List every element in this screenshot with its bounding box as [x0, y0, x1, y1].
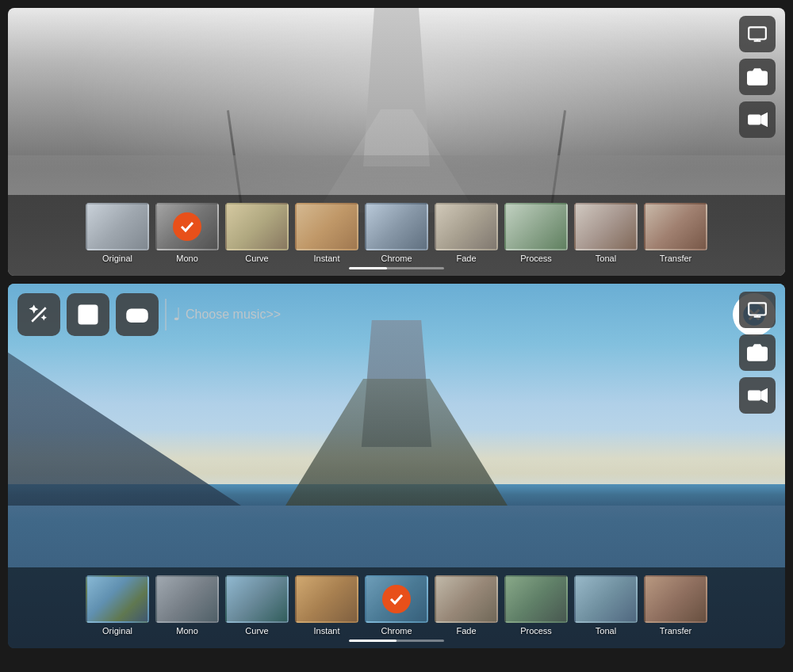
svg-rect-9 [128, 310, 147, 322]
filter-original-top[interactable]: Original [85, 203, 150, 263]
filter-original-bottom[interactable]: Original [85, 575, 150, 636]
filter-label-transfer-bottom: Transfer [660, 626, 692, 636]
filter-thumb-mono-top [155, 203, 219, 250]
filter-label-curve-top: Curve [245, 254, 268, 263]
image-button[interactable] [67, 293, 109, 336]
filter-thumb-mono-bottom [155, 575, 219, 623]
filter-check-chrome-bottom [366, 577, 427, 621]
filter-label-fade-bottom: Fade [456, 626, 476, 636]
filter-label-fade-top: Fade [456, 254, 476, 263]
filter-label-tonal-bottom: Tonal [596, 626, 616, 636]
camera-icon-bottom[interactable] [739, 334, 776, 371]
filter-thumb-transfer-bottom [644, 575, 707, 623]
bottom-toolbar: ♩ Choose music>> [17, 293, 281, 336]
screen-icon-top[interactable] [739, 16, 776, 52]
svg-point-8 [83, 310, 86, 313]
filter-curve-top[interactable]: Curve [224, 203, 289, 263]
camera-icon-top[interactable] [739, 59, 776, 95]
svg-marker-5 [761, 113, 767, 125]
filter-label-instant-bottom: Instant [313, 626, 339, 636]
bottom-scroll-fill [349, 640, 396, 642]
top-filter-strip: Original Mono Curve Instant [8, 195, 785, 276]
check-circle-mono-top [173, 212, 201, 241]
filter-instant-bottom[interactable]: Instant [294, 575, 359, 636]
filter-check-mono-top [157, 204, 217, 249]
bottom-sidebar [739, 292, 776, 414]
svg-rect-17 [749, 303, 766, 315]
filter-thumb-instant-bottom [295, 575, 358, 623]
svg-rect-4 [749, 116, 760, 124]
filter-label-mono-bottom: Mono [176, 626, 198, 636]
filter-thumb-fade-bottom [435, 575, 498, 623]
magic-button[interactable] [17, 293, 60, 336]
filter-thumb-instant-top [295, 203, 358, 250]
bottom-scroll-indicator [8, 640, 785, 642]
filter-fade-top[interactable]: Fade [434, 203, 499, 263]
filter-chrome-top[interactable]: Chrome [364, 203, 429, 263]
filter-thumb-tonal-top [574, 203, 638, 250]
filter-thumb-transfer-top [644, 203, 707, 250]
music-note-icon: ♩ [173, 304, 181, 325]
filter-transfer-bottom[interactable]: Transfer [643, 575, 708, 636]
music-text: Choose music>> [186, 307, 281, 322]
bottom-filter-strip: Original Mono Curve Instant [8, 567, 785, 648]
filter-label-transfer-top: Transfer [660, 254, 692, 263]
svg-rect-0 [749, 27, 766, 39]
svg-point-20 [754, 350, 761, 357]
filter-transfer-top[interactable]: Transfer [643, 203, 708, 263]
filter-thumb-curve-top [225, 203, 289, 250]
video-icon-top[interactable] [739, 101, 776, 138]
filter-thumb-fade-top [435, 203, 498, 250]
music-button[interactable]: ♩ Choose music>> [173, 304, 281, 325]
filter-label-chrome-bottom: Chrome [381, 626, 412, 636]
video-icon-bottom[interactable] [739, 377, 776, 414]
svg-rect-21 [749, 391, 760, 400]
filter-chrome-bottom[interactable]: Chrome [364, 575, 429, 636]
filter-label-curve-bottom: Curve [245, 626, 268, 636]
svg-point-3 [754, 74, 761, 82]
top-sidebar [739, 16, 776, 138]
filter-label-process-top: Process [520, 254, 552, 263]
bottom-filter-row: Original Mono Curve Instant [8, 575, 785, 636]
svg-marker-22 [761, 389, 767, 401]
filter-label-original-top: Original [102, 254, 132, 263]
gamepad-button[interactable] [116, 293, 159, 336]
top-scroll-bar [349, 267, 444, 269]
bottom-panel: ♩ Choose music>> Original Mono [8, 284, 785, 648]
check-circle-chrome-bottom [382, 585, 411, 613]
filter-thumb-process-bottom [504, 575, 568, 623]
filter-thumb-chrome-top [365, 203, 428, 250]
toolbar-divider [165, 299, 167, 330]
filter-instant-top[interactable]: Instant [294, 203, 359, 263]
filter-thumb-original-top [86, 203, 149, 250]
filter-fade-bottom[interactable]: Fade [434, 575, 499, 636]
filter-thumb-process-top [504, 203, 568, 250]
filter-label-tonal-top: Tonal [596, 254, 616, 263]
filter-mono-top[interactable]: Mono [155, 203, 220, 263]
top-scroll-indicator [8, 267, 785, 269]
svg-point-13 [141, 315, 144, 318]
filter-tonal-bottom[interactable]: Tonal [573, 575, 638, 636]
filter-label-mono-top: Mono [176, 254, 198, 263]
filter-label-chrome-top: Chrome [381, 254, 412, 263]
filter-thumb-curve-bottom [225, 575, 289, 623]
filter-label-instant-top: Instant [313, 254, 339, 263]
filter-label-original-bottom: Original [102, 626, 132, 636]
bottom-scroll-bar [349, 640, 444, 642]
screen-icon-bottom[interactable] [739, 292, 776, 328]
filter-thumb-original-bottom [86, 575, 149, 623]
filter-mono-bottom[interactable]: Mono [155, 575, 220, 636]
filter-label-process-bottom: Process [520, 626, 552, 636]
top-scroll-fill [349, 267, 387, 269]
filter-tonal-top[interactable]: Tonal [573, 203, 638, 263]
filter-thumb-chrome-bottom [365, 575, 428, 623]
top-filter-row: Original Mono Curve Instant [8, 203, 785, 263]
filter-thumb-tonal-bottom [574, 575, 638, 623]
top-panel: Original Mono Curve Instant [8, 8, 785, 276]
filter-curve-bottom[interactable]: Curve [224, 575, 289, 636]
filter-process-bottom[interactable]: Process [504, 575, 569, 636]
filter-process-top[interactable]: Process [504, 203, 569, 263]
